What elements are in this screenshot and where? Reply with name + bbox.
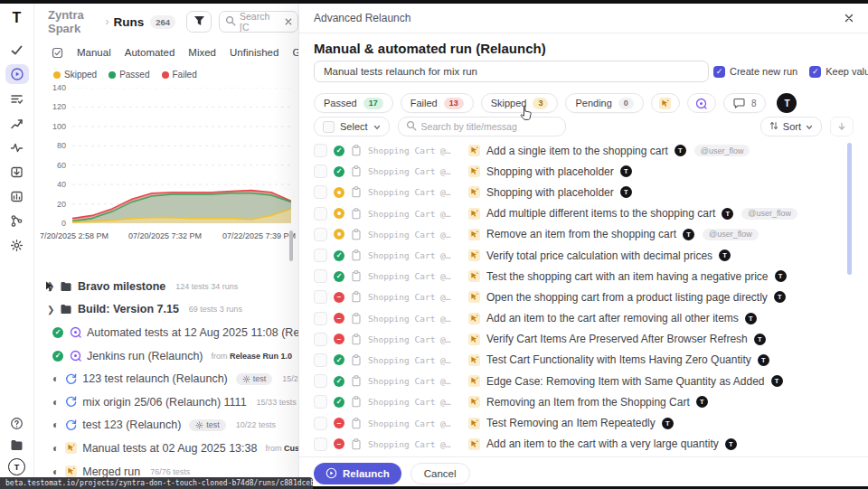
filter-failed[interactable]: Failed13 [401,93,474,113]
test-search-input[interactable]: Search by title/messag [398,117,566,136]
filter-label: Pending [575,98,611,108]
test-row[interactable]: ✓Shopping Cart @…Add a single item to th… [314,140,848,161]
clear-search-icon[interactable] [285,18,292,25]
profile-avatar[interactable]: T [8,458,25,475]
filter-button[interactable] [186,11,212,33]
tab-mixed[interactable]: Mixed [188,47,216,58]
assignee-avatar[interactable]: T [777,93,797,113]
row-checkbox[interactable] [314,249,327,262]
test-row[interactable]: ✓Shopping Cart @…Test Cart Functionality… [314,350,848,371]
run-name-input[interactable] [314,61,709,82]
breadcrumb-project[interactable]: Zyntra Spark [48,8,100,35]
select-runs-icon[interactable] [52,47,63,59]
test-row[interactable]: −Shopping Cart @…Add an item to the cart… [314,308,848,329]
create-new-run-option[interactable]: ✓ Create new run [713,66,797,78]
filter-passed[interactable]: Passed17 [314,93,393,113]
sidebar-item-import[interactable] [5,162,29,182]
test-row[interactable]: ✓Shopping Cart @…Removing an Item from t… [314,391,848,412]
modal-title: Advanced Relaunch [314,12,410,24]
checkbox-checked-icon[interactable]: ✓ [713,66,725,78]
tree-run-item[interactable]: ◐mix origin 25/06 (Relaunch) 111115/33 t… [33,390,298,414]
test-row[interactable]: −Shopping Cart @…Add an item to the cart… [314,434,848,455]
sidebar-item-projects[interactable] [5,437,29,453]
row-checkbox[interactable] [314,228,327,241]
tab-automated[interactable]: Automated [125,47,175,58]
sidebar-item-checks[interactable] [5,40,29,60]
tab-unfinished[interactable]: Unfinished [230,47,278,58]
main-scrollbar[interactable] [289,230,293,261]
row-checkbox[interactable] [314,333,327,346]
checkbox-checked-icon[interactable]: ✓ [809,66,821,78]
sidebar-item-analytics[interactable] [5,137,29,157]
manual-test-icon [468,186,480,198]
manual-test-icon [468,229,480,240]
test-row[interactable]: Shopping Cart @…Shopping with placeholde… [314,182,848,202]
failed-status-icon: − [334,418,344,428]
row-checkbox[interactable] [314,395,327,409]
relaunch-button[interactable]: Relaunch [314,463,401,484]
test-row[interactable]: ✓Shopping Cart @…Edge Case: Removing Ite… [314,371,848,391]
row-checkbox[interactable] [314,353,327,367]
sidebar-item-settings[interactable] [5,235,29,255]
test-row[interactable]: ✓Shopping Cart @…Test the shopping cart … [314,266,848,287]
sidebar-item-reports[interactable] [5,186,29,206]
filter-manual-tests-icon[interactable] [651,93,680,113]
tree-run-item[interactable]: ◐123 test relaunch (Relaunch)test15/23 t… [33,367,298,390]
row-checkbox[interactable] [314,185,327,199]
row-checkbox[interactable] [314,417,327,430]
close-icon[interactable] [844,14,854,23]
test-row[interactable]: ✓Shopping Cart @…Shopping with placehold… [314,161,848,182]
cancel-button[interactable]: Cancel [410,463,470,484]
test-row[interactable]: Shopping Cart @…Remove an item from the … [314,224,848,245]
mouse-pointer-artifact [45,279,54,296]
sidebar-item-trend[interactable] [5,113,29,133]
tab-groups[interactable]: Groups [292,47,298,58]
keep-values-option[interactable]: ✓ Keep values ? [809,66,868,78]
filter-automated-tests-icon[interactable] [687,93,716,113]
tree-run-item[interactable]: ◐Manual tests at 02 Aug 2025 13:38from C… [33,437,298,460]
funnel-icon [193,14,205,30]
filter-comments[interactable]: 8 [723,93,767,113]
row-checkbox[interactable] [314,312,327,325]
tree-run-item[interactable]: ◐test 123 (Relaunch)test10/22 tests [33,414,298,437]
tree-folder-item[interactable]: ❯Bravo milestone124 tests 34 runs [33,275,298,298]
tree-run-item[interactable]: ✓Automated tests at 12 Aug 2025 11:08 (R… [33,321,298,344]
clipboard-icon [351,145,362,156]
modal-scrollbar[interactable] [847,143,852,275]
test-row[interactable]: −Shopping Cart @…Verify Cart Items Are P… [314,329,848,350]
filter-pending[interactable]: Pending0 [565,93,643,113]
select-dropdown[interactable]: Select [314,117,390,136]
select-all-checkbox[interactable] [323,121,335,133]
row-checkbox[interactable] [314,374,327,388]
row-checkbox[interactable] [314,269,327,283]
assignee-avatar: T [775,270,787,282]
chevron-right-icon[interactable]: ❯ [47,305,54,315]
sidebar-item-branch[interactable] [5,211,29,230]
tree-run-item[interactable]: ✓Jenkins run (Relaunch)from Release Run … [33,344,298,368]
sidebar-nav [0,40,33,255]
sort-direction-button[interactable] [830,117,854,136]
tree-item-name: Bravo milestone [78,280,165,293]
test-row[interactable]: ✓Shopping Cart @…Verify total price calc… [314,245,848,266]
sort-dropdown[interactable]: Sort [760,117,822,136]
test-row[interactable]: −Shopping Cart @…Open the shopping cart … [314,287,848,307]
test-title: Add an item to the cart with a very larg… [486,437,719,450]
filter-count-badge: 17 [363,98,383,109]
tab-manual[interactable]: Manual [77,47,111,58]
sidebar-item-runs[interactable] [5,64,29,84]
automated-tests-icon [695,98,707,109]
row-checkbox[interactable] [314,290,327,304]
row-checkbox[interactable] [314,144,327,157]
test-row[interactable]: Shopping Cart @…Add multiple different i… [314,203,848,224]
sidebar-item-help[interactable] [5,415,29,431]
row-checkbox[interactable] [314,165,327,178]
breadcrumb-page[interactable]: Runs [113,15,144,29]
sidebar-item-test-plans[interactable] [5,89,29,108]
row-checkbox[interactable] [314,437,327,451]
branch-icon [10,214,24,228]
runs-search-input[interactable]: Search [C [219,11,298,33]
tree-folder-item[interactable]: ❯Build: Version 7.1569 tests 3 runs [33,298,298,322]
row-checkbox[interactable] [314,207,327,221]
test-row[interactable]: −Shopping Cart @…Test Removing an Item R… [314,412,848,433]
test-title: Shopping with placeholder [486,186,614,199]
